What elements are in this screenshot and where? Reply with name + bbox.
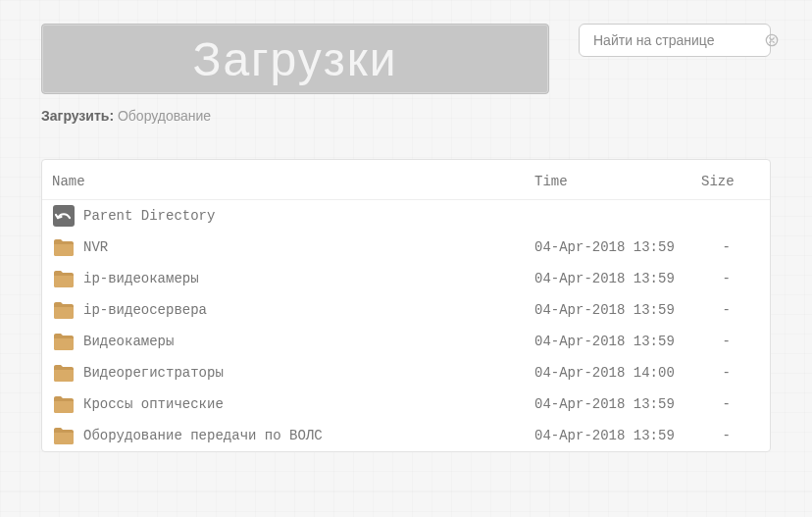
item-time: 04-Apr-2018 13:59 (534, 396, 701, 412)
parent-directory-row[interactable]: Parent Directory (42, 200, 770, 232)
item-name[interactable]: Оборудование передачи по ВОЛС (83, 428, 534, 443)
item-size: - (701, 302, 760, 318)
folder-icon (52, 235, 76, 259)
item-name[interactable]: ip-видеокамеры (83, 271, 534, 286)
item-name[interactable]: NVR (83, 239, 534, 255)
item-time: 04-Apr-2018 13:59 (534, 302, 701, 318)
col-time-header[interactable]: Time (534, 174, 701, 189)
item-time: 04-Apr-2018 13:59 (534, 428, 701, 443)
folder-icon (52, 424, 76, 447)
folder-icon (52, 267, 76, 290)
item-size: - (701, 428, 760, 443)
breadcrumb-path[interactable]: Оборудование (118, 108, 211, 124)
list-item[interactable]: Оборудование передачи по ВОЛС04-Apr-2018… (42, 420, 770, 451)
breadcrumb-label: Загрузить: (41, 108, 114, 124)
item-name[interactable]: ip-видеосервера (83, 302, 534, 318)
item-time: 04-Apr-2018 13:59 (534, 271, 701, 286)
parent-directory-icon (52, 204, 76, 228)
folder-icon (52, 392, 76, 416)
list-item[interactable]: Видеокамеры04-Apr-2018 13:59- (42, 326, 770, 357)
clear-search-icon[interactable] (765, 32, 779, 48)
item-name[interactable]: Видеорегистраторы (83, 365, 534, 381)
col-size-header[interactable]: Size (701, 174, 760, 189)
folder-icon (52, 298, 76, 322)
item-size: - (701, 239, 760, 255)
col-name-header[interactable]: Name (52, 174, 534, 189)
list-item[interactable]: ip-видеокамеры04-Apr-2018 13:59- (42, 263, 770, 294)
search-box[interactable] (579, 24, 771, 57)
item-name[interactable]: Видеокамеры (83, 334, 534, 349)
list-item[interactable]: Кроссы оптические04-Apr-2018 13:59- (42, 388, 770, 420)
parent-directory-label[interactable]: Parent Directory (83, 208, 534, 224)
item-size: - (701, 334, 760, 349)
page-banner: Загрузки (41, 24, 549, 94)
list-item[interactable]: Видеорегистраторы04-Apr-2018 14:00- (42, 357, 770, 388)
breadcrumb: Загрузить: Оборудование (41, 108, 771, 124)
item-size: - (701, 396, 760, 412)
directory-listing: Name Time Size Parent Directory NVR04-Ap… (41, 159, 771, 452)
banner-title: Загрузки (192, 32, 397, 86)
list-item[interactable]: ip-видеосервера04-Apr-2018 13:59- (42, 294, 770, 326)
item-size: - (701, 271, 760, 286)
search-input[interactable] (593, 32, 765, 48)
listing-header: Name Time Size (42, 160, 770, 200)
item-name[interactable]: Кроссы оптические (83, 396, 534, 412)
item-time: 04-Apr-2018 13:59 (534, 239, 701, 255)
folder-icon (52, 330, 76, 353)
folder-icon (52, 361, 76, 385)
item-time: 04-Apr-2018 14:00 (534, 365, 701, 381)
list-item[interactable]: NVR04-Apr-2018 13:59- (42, 232, 770, 263)
item-time: 04-Apr-2018 13:59 (534, 334, 701, 349)
item-size: - (701, 365, 760, 381)
